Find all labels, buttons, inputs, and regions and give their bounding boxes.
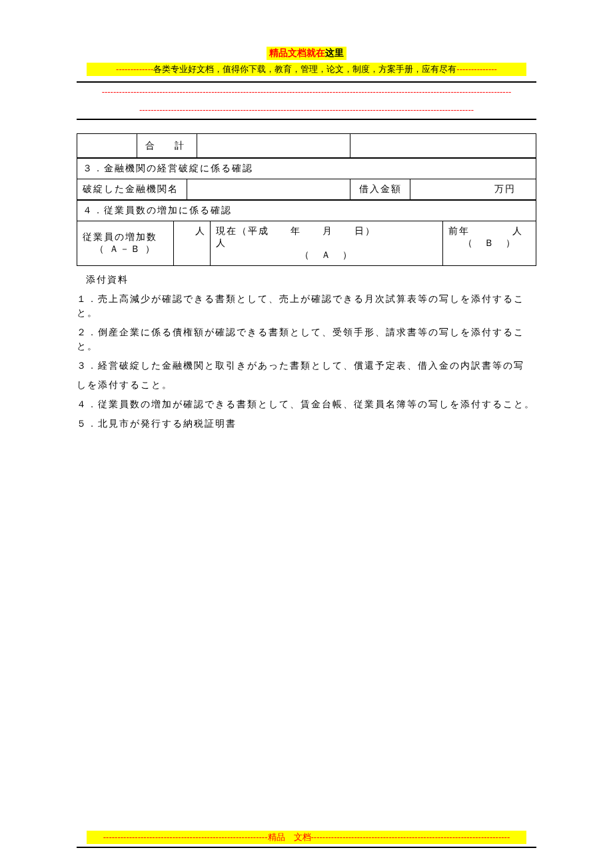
financial-name-label: 破綻した金融機関名 xyxy=(77,179,187,200)
header-title-red: 精品文档就在 xyxy=(269,47,325,58)
financial-name-value xyxy=(187,179,350,200)
amount-label: 借入金額 xyxy=(350,179,410,200)
increase-unit: 人 xyxy=(174,221,211,266)
amount-unit: 万円 xyxy=(410,179,536,200)
attachment-notes: 添付資料 １．売上高減少が確認できる書類として、売上が確認できる月次試算表等の写… xyxy=(77,273,536,431)
note-4: ４．従業員数の増加が確認できる書類として、賃金台帳、従業員名簿等の写しを添付する… xyxy=(77,397,536,411)
note-3a: ３．経営破綻した金融機関と取引きがあった書類として、償還予定表、借入金の内訳書等… xyxy=(77,359,536,373)
header-title-tail: 这里 xyxy=(325,47,344,58)
section-3-title: ３．金融機関の経営破綻に係る確認 xyxy=(77,159,536,179)
note-2: ２．倒産企業に係る債権額が確認できる書類として、受領手形、請求書等の写しを添付す… xyxy=(77,325,536,353)
section-4-title: ４．従業員数の増加に係る確認 xyxy=(77,201,536,221)
subtitle-dash-right: -------------- xyxy=(456,64,497,74)
increase-label-text: 従業員の増加数 xyxy=(83,231,157,242)
current-cell: 現在（平成 年 月 日） 人 （ Ａ ） xyxy=(211,221,443,266)
increase-label: 従業員の増加数 （ Ａ－Ｂ ） xyxy=(77,221,174,266)
increase-sub-label: （ Ａ－Ｂ ） xyxy=(83,243,168,255)
footer-label: 精品 文档 xyxy=(268,832,311,842)
main-content: 合 計 ３．金融機関の経営破綻に係る確認 破綻した金融機関名 借入金額 万円 ４… xyxy=(77,133,536,431)
footer-dash-right: ----------------------------------------… xyxy=(311,832,510,842)
notes-heading: 添付資料 xyxy=(77,273,536,287)
current-sub: （ Ａ ） xyxy=(216,249,437,261)
document-header: 精品文档就在这里 -------------各类专业好文档，值得你下载，教育，管… xyxy=(0,47,613,76)
divider xyxy=(77,847,536,848)
note-3b: しを添付すること。 xyxy=(77,378,536,392)
note-5: ５．北見市が発行する納税証明書 xyxy=(77,417,536,431)
goukei-label: 合 計 xyxy=(137,134,197,158)
note-1: １．売上高減少が確認できる書類として、売上が確認できる月次試算表等の写しを添付す… xyxy=(77,292,536,320)
current-unit: 人 xyxy=(216,237,227,248)
red-dash-line-2: ----------------------------------------… xyxy=(127,105,486,115)
prev-cell: 前年 人 （ Ｂ ） xyxy=(443,221,536,266)
divider xyxy=(77,81,536,83)
empty-cell xyxy=(197,134,350,158)
subtitle-dash-left: ------------- xyxy=(116,64,153,74)
divider xyxy=(77,119,536,120)
subtitle-text: 各类专业好文档，值得你下载，教育，管理，论文，制度，方案手册，应有尽有 xyxy=(153,64,456,74)
empty-cell xyxy=(350,134,536,158)
empty-cell xyxy=(77,134,137,158)
red-dash-line-1: ----------------------------------------… xyxy=(87,87,526,97)
section-3-table: ３．金融機関の経営破綻に係る確認 破綻した金融機関名 借入金額 万円 xyxy=(77,158,536,200)
prev-sub: （ Ｂ ） xyxy=(448,237,530,249)
goukei-table: 合 計 xyxy=(77,133,536,158)
footer-dash-left: ----------------------------------------… xyxy=(103,832,268,842)
prev-label: 前年 人 xyxy=(448,225,523,236)
section-4-table: ４．従業員数の増加に係る確認 従業員の増加数 （ Ａ－Ｂ ） 人 現在（平成 年… xyxy=(77,200,536,266)
current-label: 現在（平成 年 月 日） xyxy=(216,225,376,236)
document-footer: ----------------------------------------… xyxy=(0,831,613,848)
